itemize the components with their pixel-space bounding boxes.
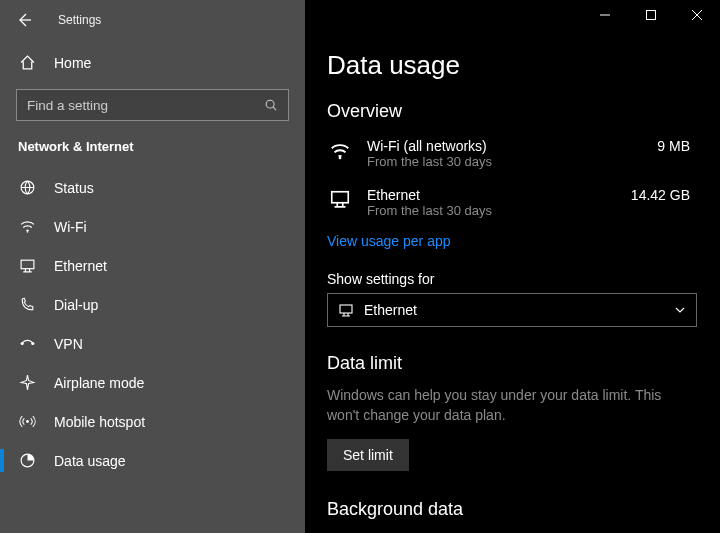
nav-label: Airplane mode: [54, 375, 144, 391]
home-nav[interactable]: Home: [0, 44, 305, 81]
nav-label: VPN: [54, 336, 83, 352]
section-header: Network & Internet: [0, 135, 305, 168]
usage-name: Ethernet: [367, 187, 631, 203]
nav-list: Status Wi-Fi Ethernet Dial-up VPN Airpla…: [0, 168, 305, 480]
content-pane: Data usage Overview Wi-Fi (all networks)…: [305, 0, 720, 533]
set-limit-button[interactable]: Set limit: [327, 439, 409, 471]
page-title: Data usage: [327, 50, 698, 81]
nav-label: Ethernet: [54, 258, 107, 274]
close-button[interactable]: [674, 0, 720, 30]
svg-rect-10: [332, 192, 349, 203]
nav-item-dialup[interactable]: Dial-up: [0, 285, 305, 324]
overview-header: Overview: [327, 101, 698, 122]
window-controls: [582, 0, 720, 30]
svg-rect-8: [647, 11, 656, 20]
arrow-left-icon: [16, 12, 32, 28]
background-data-header: Background data: [327, 499, 698, 520]
nav-label: Status: [54, 180, 94, 196]
svg-point-6: [26, 420, 29, 423]
ethernet-icon: [327, 189, 353, 211]
chevron-down-icon: [674, 304, 686, 316]
svg-rect-11: [340, 305, 352, 313]
nav-item-ethernet[interactable]: Ethernet: [0, 246, 305, 285]
nav-item-datausage[interactable]: Data usage: [0, 441, 305, 480]
svg-rect-3: [21, 260, 34, 269]
minimize-icon: [600, 10, 610, 20]
content-scroll[interactable]: Data usage Overview Wi-Fi (all networks)…: [305, 0, 720, 532]
home-label: Home: [54, 55, 91, 71]
nav-label: Data usage: [54, 453, 126, 469]
nav-item-status[interactable]: Status: [0, 168, 305, 207]
back-button[interactable]: [14, 10, 34, 30]
nav-label: Wi-Fi: [54, 219, 87, 235]
search-icon: [264, 98, 278, 112]
ethernet-icon: [338, 302, 354, 318]
svg-point-9: [339, 157, 342, 160]
nav-item-hotspot[interactable]: Mobile hotspot: [0, 402, 305, 441]
nav-item-wifi[interactable]: Wi-Fi: [0, 207, 305, 246]
data-limit-desc: Windows can help you stay under your dat…: [327, 386, 697, 425]
usage-sub: From the last 30 days: [367, 203, 631, 218]
search-input[interactable]: Find a setting: [16, 89, 289, 121]
airplane-icon: [18, 374, 36, 391]
usage-value: 9 MB: [657, 138, 698, 154]
globe-icon: [18, 179, 36, 196]
close-icon: [692, 10, 702, 20]
nav-label: Dial-up: [54, 297, 98, 313]
svg-point-2: [26, 231, 28, 233]
minimize-button[interactable]: [582, 0, 628, 30]
dropdown-selected: Ethernet: [364, 302, 417, 318]
maximize-button[interactable]: [628, 0, 674, 30]
view-per-app-link[interactable]: View usage per app: [327, 233, 451, 249]
usage-sub: From the last 30 days: [367, 154, 657, 169]
titlebar: Settings: [0, 0, 305, 44]
nav-label: Mobile hotspot: [54, 414, 145, 430]
data-usage-icon: [18, 452, 36, 469]
nav-item-airplane[interactable]: Airplane mode: [0, 363, 305, 402]
hotspot-icon: [18, 413, 36, 430]
data-limit-header: Data limit: [327, 353, 698, 374]
search-placeholder: Find a setting: [27, 98, 108, 113]
svg-point-0: [266, 100, 274, 108]
usage-name: Wi-Fi (all networks): [367, 138, 657, 154]
ethernet-icon: [18, 257, 36, 274]
wifi-icon: [327, 140, 353, 162]
nav-item-vpn[interactable]: VPN: [0, 324, 305, 363]
usage-value: 14.42 GB: [631, 187, 698, 203]
show-settings-label: Show settings for: [327, 271, 698, 287]
app-title: Settings: [58, 13, 101, 27]
show-settings-dropdown[interactable]: Ethernet: [327, 293, 697, 327]
maximize-icon: [646, 10, 656, 20]
sidebar: Settings Home Find a setting Network & I…: [0, 0, 305, 533]
home-icon: [18, 54, 36, 71]
vpn-icon: [18, 335, 36, 352]
wifi-icon: [18, 218, 36, 235]
phone-icon: [18, 296, 36, 313]
usage-row-wifi[interactable]: Wi-Fi (all networks) From the last 30 da…: [327, 134, 698, 183]
usage-row-ethernet[interactable]: Ethernet From the last 30 days 14.42 GB: [327, 183, 698, 232]
